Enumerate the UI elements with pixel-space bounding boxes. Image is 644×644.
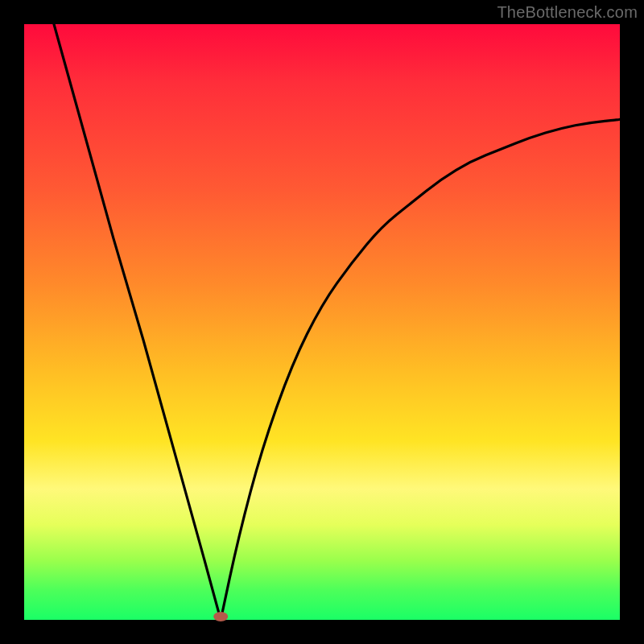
chart-frame: TheBottleneck.com bbox=[0, 0, 644, 644]
bottleneck-curve bbox=[24, 24, 620, 620]
trough-marker bbox=[213, 612, 228, 621]
curve-left-branch bbox=[54, 24, 221, 620]
watermark-text: TheBottleneck.com bbox=[497, 3, 638, 22]
plot-area bbox=[24, 24, 620, 620]
curve-right-branch bbox=[221, 119, 620, 620]
